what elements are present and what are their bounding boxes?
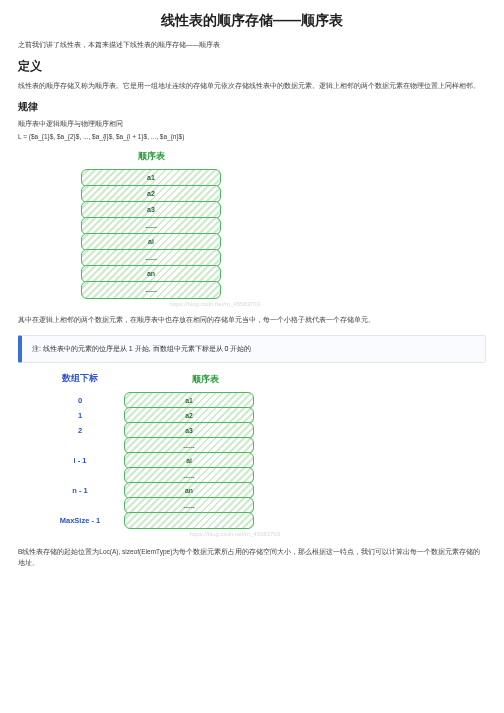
fig2-index: n - 1 xyxy=(36,486,124,495)
note-text: 注: 线性表中的元素的位序是从 1 开始, 而数组中元素下标是从 0 开始的 xyxy=(32,345,251,352)
rule-text-1: 顺序表中逻辑顺序与物理顺序相同 xyxy=(18,120,486,129)
figure-1: 顺序表 a1 a2 a3 ...... ai ...... an ...... … xyxy=(36,150,266,307)
fig2-index: 2 xyxy=(36,426,124,435)
intro-paragraph: 之前我们讲了线性表，本篇来描述下线性表的顺序存储——顺序表 xyxy=(18,40,486,50)
fig2-index: 0 xyxy=(36,396,124,405)
definition-heading: 定义 xyxy=(18,58,486,75)
figure-2-table-title: 顺序表 xyxy=(124,373,286,386)
figure-2-index-title: 数组下标 xyxy=(36,373,124,386)
figure-1-watermark: https://blog.csdn.net/m_45583703 xyxy=(36,301,260,307)
page-title: 线性表的顺序存储——顺序表 xyxy=(18,12,486,30)
fig2-index: MaxSize - 1 xyxy=(36,516,124,525)
figure-2-watermark: https://blog.csdn.net/m_45583703 xyxy=(36,531,280,537)
figure-1-title: 顺序表 xyxy=(36,150,266,163)
fig2-index: i - 1 xyxy=(36,456,124,465)
footer-paragraph: B线性表存储的起始位置为Loc(A), sizeof(ElemType)为每个数… xyxy=(18,547,486,568)
figure-2: 数组下标 顺序表 0 a1 1 a2 2 a3 ...... i - 1 ai … xyxy=(36,373,286,537)
note-box: 注: 线性表中的元素的位序是从 1 开始, 而数组中元素下标是从 0 开始的 xyxy=(18,335,486,363)
fig2-index: 1 xyxy=(36,411,124,420)
figure-1-stack: a1 a2 a3 ...... ai ...... an ...... xyxy=(36,169,266,299)
figure-2-rows: 0 a1 1 a2 2 a3 ...... i - 1 ai ...... n … xyxy=(36,392,286,529)
rule-heading: 规律 xyxy=(18,100,486,114)
fig1-cell: ...... xyxy=(81,281,221,299)
definition-text: 线性表的顺序存储又称为顺序表。它是用一组地址连续的存储单元依次存储线性表中的数据… xyxy=(18,81,486,91)
rule-formula: L = ($a_{1}$, $a_{2}$, ..., $a_{i}$, $a_… xyxy=(18,133,486,140)
fig2-row: MaxSize - 1 xyxy=(36,512,286,529)
fig2-cell xyxy=(124,512,254,529)
mid-paragraph: 其中在逻辑上相邻的两个数据元素，在顺序表中也存放在相同的存储单元当中，每一个小格… xyxy=(18,315,486,325)
